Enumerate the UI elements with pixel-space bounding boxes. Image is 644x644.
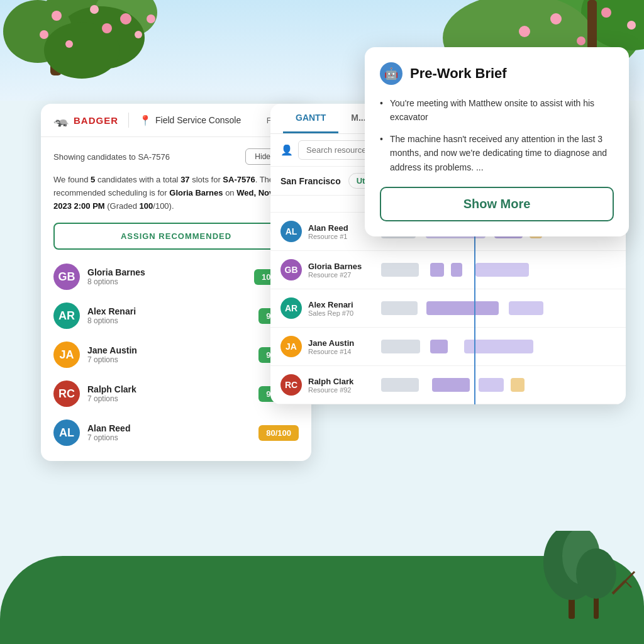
gantt-rows-container: AL Alan Reed Resource #1 GB	[270, 213, 626, 404]
gantt-bar	[381, 263, 419, 277]
gantt-bar	[381, 378, 419, 392]
brief-bullet-2: The machine hasn't received any attentio…	[380, 132, 614, 174]
gantt-bars	[381, 372, 616, 397]
recommended-name: Gloria Barnes	[169, 188, 223, 197]
gantt-row-gloria-barnes: GB Gloria Barnes Resource #27	[270, 251, 626, 289]
candidate-info: Gloria Barnes 8 options	[87, 267, 247, 286]
gantt-avatar: AL	[280, 221, 302, 242]
candidate-list: GB Gloria Barnes 8 options 100/100 AR Al…	[53, 260, 299, 450]
sa-id: SA-7576	[223, 175, 255, 184]
gantt-bar	[430, 340, 448, 353]
candidate-info: Alex Renari 8 options	[87, 306, 251, 325]
gantt-bars	[381, 257, 616, 282]
candidate-options: 7 options	[87, 355, 251, 364]
svg-point-21	[601, 8, 611, 18]
candidate-name: Jane Austin	[87, 345, 251, 355]
candidate-row: AL Alan Reed 7 options 80/100	[53, 416, 299, 450]
location-name: San Francisco	[280, 176, 341, 186]
svg-point-11	[40, 30, 48, 39]
show-more-button[interactable]: Show More	[380, 187, 614, 221]
brief-bullet-1: You're meeting with Matthew onsite to as…	[380, 96, 614, 125]
tab-gantt[interactable]: GANTT	[283, 104, 338, 133]
svg-point-8	[52, 11, 62, 21]
gantt-bar	[430, 263, 444, 277]
person-name: Jane Austin	[308, 338, 354, 348]
candidate-options: 8 options	[87, 316, 251, 325]
found-text: We found 5 candidates with a total 37 sl…	[53, 174, 299, 213]
gantt-bar	[511, 378, 525, 392]
gantt-person: RC Ralph Clark Resource #92	[280, 374, 381, 396]
recommended-date: Wed, Nov 1, 2023 2:00 PM	[53, 188, 283, 211]
svg-point-9	[90, 5, 99, 14]
person-role: Resource #14	[308, 348, 354, 355]
pre-work-brief-card: 🤖 Pre-Work Brief You're meeting with Mat…	[365, 47, 629, 236]
avatar: RC	[53, 380, 80, 407]
gantt-bar	[451, 263, 462, 277]
slots-count: 37	[180, 175, 189, 184]
brief-icon: 🤖	[380, 62, 402, 85]
candidate-options: 8 options	[87, 277, 247, 286]
person-role: Sales Rep #70	[308, 309, 353, 317]
gantt-bars	[381, 296, 616, 321]
gantt-avatar: AR	[280, 297, 302, 319]
candidate-info: Jane Austin 7 options	[87, 345, 251, 364]
svg-point-13	[102, 23, 112, 33]
gantt-bar	[426, 301, 499, 315]
gantt-person: GB Gloria Barnes Resource #27	[280, 259, 381, 280]
search-icon: 👤	[280, 144, 293, 156]
avatar: AL	[53, 419, 80, 446]
brief-title: Pre-Work Brief	[410, 65, 507, 82]
person-role: Resource #92	[308, 386, 353, 394]
gantt-person-info: Jane Austin Resource #14	[308, 338, 354, 355]
candidate-row: AR Alex Renari 8 options 98/100	[53, 299, 299, 333]
score-badge: 80/100	[258, 425, 299, 441]
pin-icon: 📍	[139, 114, 152, 126]
gantt-row-ralph-clark: RC Ralph Clark Resource #92	[270, 366, 626, 404]
svg-point-12	[135, 31, 142, 38]
gantt-person-info: Gloria Barnes Resource #27	[308, 262, 362, 279]
person-role: Resource #1	[308, 233, 348, 240]
badger-logo: 🦡 BADGER	[53, 113, 118, 128]
console-title-text: Field Service Console	[155, 115, 241, 125]
svg-point-24	[577, 36, 586, 45]
gantt-bar	[509, 301, 543, 315]
gantt-bar	[479, 378, 504, 392]
gantt-bar	[381, 340, 420, 353]
showing-text: Showing candidates to SA-7576	[53, 152, 170, 162]
svg-line-32	[625, 581, 631, 587]
person-name: Alan Reed	[308, 223, 348, 233]
svg-point-22	[627, 21, 636, 30]
candidate-row: GB Gloria Barnes 8 options 100/100	[53, 260, 299, 294]
avatar: AR	[53, 303, 80, 329]
candidate-options: 7 options	[87, 433, 251, 442]
brief-bullets: You're meeting with Matthew onsite to as…	[380, 96, 614, 174]
svg-point-23	[519, 26, 530, 37]
badger-logo-icon: 🦡	[53, 113, 70, 128]
gantt-bars	[381, 334, 616, 359]
svg-point-14	[65, 40, 73, 48]
console-title: 📍 Field Service Console	[139, 114, 241, 126]
candidate-name: Ralph Clark	[87, 384, 251, 394]
brief-header: 🤖 Pre-Work Brief	[380, 62, 614, 85]
gantt-bar	[432, 378, 470, 392]
person-role: Resource #27	[308, 271, 362, 279]
assign-recommended-button[interactable]: ASSIGN RECOMMENDED	[53, 223, 299, 250]
gantt-person: AR Alex Renari Sales Rep #70	[280, 297, 381, 319]
current-time-indicator	[474, 213, 475, 404]
avatar: JA	[53, 341, 80, 368]
candidate-row: JA Jane Austin 7 options 95/100	[53, 338, 299, 372]
gantt-person-info: Alex Renari Sales Rep #70	[308, 300, 353, 317]
gantt-person-info: Ralph Clark Resource #92	[308, 377, 353, 394]
gantt-bar	[475, 263, 529, 277]
candidate-info: Ralph Clark 7 options	[87, 384, 251, 403]
person-name: Gloria Barnes	[308, 262, 362, 271]
gantt-row-alex-renari: AR Alex Renari Sales Rep #70	[270, 289, 626, 328]
badger-logo-text: BADGER	[74, 115, 118, 126]
candidate-options: 7 options	[87, 394, 251, 403]
candidate-info: Alan Reed 7 options	[87, 423, 251, 442]
candidate-name: Gloria Barnes	[87, 267, 247, 277]
person-name: Ralph Clark	[308, 377, 353, 386]
bottom-scene	[0, 531, 644, 644]
robot-icon: 🤖	[384, 67, 398, 80]
recommended-grade: 100	[140, 201, 153, 211]
